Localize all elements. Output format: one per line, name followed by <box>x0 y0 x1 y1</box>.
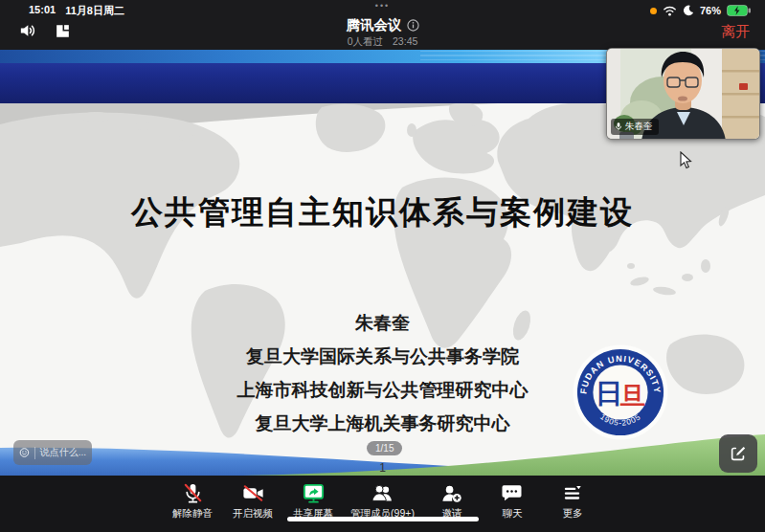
meeting-title-row[interactable]: 腾讯会议 <box>347 16 419 34</box>
unmute-button[interactable]: 解除静音 <box>169 481 215 521</box>
battery-charging-icon <box>727 5 752 16</box>
slide-page-number: 1 <box>0 461 765 475</box>
start-video-button[interactable]: 开启视频 <box>230 481 276 521</box>
invite-button[interactable]: 邀请 <box>429 481 475 521</box>
toolbar-label: 聊天 <box>502 507 522 521</box>
emoji-smiley-icon[interactable] <box>19 446 30 459</box>
participant-video-thumbnail[interactable]: 朱春奎 <box>606 48 760 140</box>
home-indicator[interactable] <box>287 517 479 521</box>
share-screen-button[interactable]: 共享屏幕 <box>290 481 336 521</box>
chat-button[interactable]: 聊天 <box>489 481 535 521</box>
chat-divider <box>34 447 35 459</box>
more-button[interactable]: 更多 <box>550 481 596 521</box>
battery-percent: 76% <box>700 5 721 16</box>
author-name: 朱春奎 <box>0 306 765 340</box>
system-tray: 76% <box>650 5 752 16</box>
members-icon <box>371 481 394 505</box>
do-not-disturb-moon-icon <box>683 5 694 16</box>
participant-name-tag: 朱春奎 <box>611 119 659 135</box>
recording-dot-icon <box>650 8 657 14</box>
slide-title: 公共管理自主知识体系与案例建设 <box>0 191 765 234</box>
camera-off-icon <box>241 481 265 505</box>
pen-icon <box>729 444 748 463</box>
wifi-icon <box>663 5 677 16</box>
chat-placeholder[interactable]: 说点什么... <box>40 446 86 459</box>
viewer-count: 0人看过 <box>348 35 383 49</box>
fudan-university-logo: FUDAN UNIVERSITY 1905-2005 日 旦 <box>571 343 670 442</box>
invite-person-add-icon <box>439 481 463 505</box>
participant-name: 朱春奎 <box>625 121 653 133</box>
logo-seal-left: 日 <box>596 379 623 409</box>
toolbar-label: 解除静音 <box>172 507 213 521</box>
quick-chat-input[interactable]: 说点什么... <box>13 440 92 465</box>
logo-seal-right: 旦 <box>619 383 645 410</box>
screen-share-icon <box>302 481 326 505</box>
info-icon[interactable] <box>407 19 419 32</box>
mic-icon <box>615 122 622 132</box>
mouse-cursor <box>680 151 693 170</box>
leave-meeting-button[interactable]: 离开 <box>721 23 750 41</box>
status-bar: 15:01 11月8日周二 ••• 76% <box>0 0 765 50</box>
chat-bubble-icon <box>500 481 524 505</box>
annotation-button[interactable] <box>719 434 757 473</box>
toolbar-label: 开启视频 <box>233 507 273 521</box>
meeting-title: 腾讯会议 <box>347 16 402 34</box>
manage-members-button[interactable]: 管理成员(99+) <box>350 481 415 521</box>
meeting-toolbar: 解除静音 开启视频 共享屏幕 <box>0 476 765 532</box>
tencent-meeting-screen: 15:01 11月8日周二 ••• 76% <box>0 0 765 532</box>
slide-progress-indicator: 1/15 <box>367 441 402 455</box>
meeting-header: 腾讯会议 0人看过 23:45 <box>0 16 765 49</box>
meeting-duration: 23:45 <box>393 35 417 49</box>
mic-muted-icon <box>181 481 205 505</box>
more-menu-icon <box>560 481 584 505</box>
meeting-subtitle: 0人看过 23:45 <box>0 35 765 49</box>
toolbar-label: 更多 <box>562 507 582 521</box>
